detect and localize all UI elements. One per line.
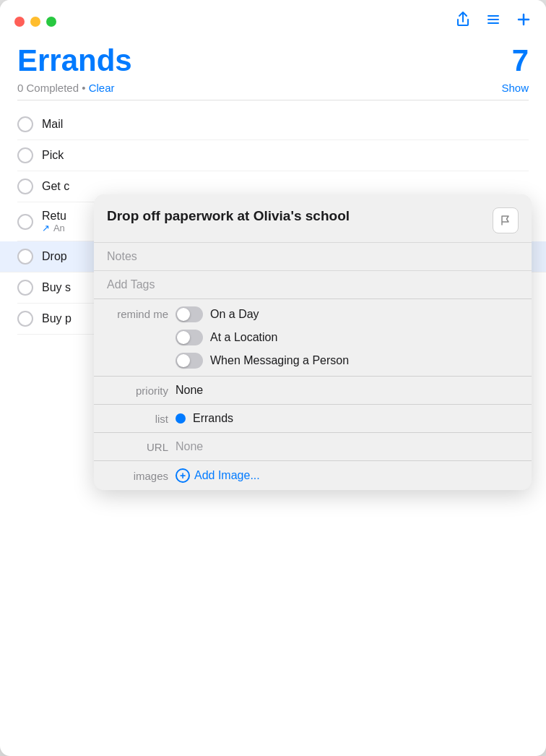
images-label: images (107, 470, 168, 482)
list-row: list Errands (94, 404, 532, 432)
close-button[interactable] (14, 17, 25, 27)
reminder-checkbox[interactable] (17, 147, 33, 163)
add-image-plus-icon: + (176, 468, 190, 483)
notes-field[interactable]: Notes (94, 242, 532, 270)
tags-placeholder: Add Tags (107, 278, 155, 291)
list-icon[interactable] (485, 12, 501, 31)
clear-button[interactable]: Clear (89, 82, 115, 94)
tags-field[interactable]: Add Tags (94, 270, 532, 298)
titlebar-actions (455, 12, 532, 31)
show-button[interactable]: Show (501, 82, 529, 94)
priority-row: priority None (94, 376, 532, 404)
traffic-lights (14, 17, 56, 27)
url-value[interactable]: None (176, 440, 203, 453)
remind-when-messaging: When Messaging a Person (176, 353, 519, 369)
list-label: list (107, 413, 168, 425)
on-day-toggle[interactable] (176, 306, 203, 322)
url-label: URL (107, 441, 168, 453)
svg-rect-0 (488, 15, 490, 17)
share-icon[interactable] (455, 12, 471, 31)
remind-on-day: On a Day (176, 306, 519, 322)
reminder-checkbox[interactable] (17, 280, 33, 296)
add-image-label: Add Image... (194, 469, 260, 482)
remind-me-label: remind me (107, 306, 168, 320)
completed-bar: 0 Completed • Clear Show (17, 82, 529, 100)
priority-value[interactable]: None (176, 384, 203, 397)
main-window: Errands 7 0 Completed • Clear Show Mail … (0, 0, 546, 756)
list-item[interactable]: Pick (17, 140, 529, 171)
on-day-label: On a Day (210, 308, 259, 321)
remind-options: On a Day At a Location When Messaging a … (176, 306, 519, 369)
detail-panel: Drop off paperwork at Olivia's school No… (94, 194, 532, 490)
minimize-button[interactable] (30, 17, 40, 27)
remind-me-section: remind me On a Day At a Location When Me… (94, 298, 532, 376)
detail-title: Drop off paperwork at Olivia's school (107, 207, 485, 225)
flag-button[interactable] (493, 207, 519, 233)
detail-header: Drop off paperwork at Olivia's school (94, 194, 532, 242)
reminder-checkbox[interactable] (17, 311, 33, 327)
list-color-dot (176, 413, 186, 424)
main-content: Errands 7 0 Completed • Clear Show Mail … (0, 37, 546, 756)
images-row: images + Add Image... (94, 460, 532, 490)
list-item[interactable]: Mail (17, 109, 529, 140)
page-title: Errands (17, 44, 132, 77)
reminder-checkbox[interactable] (17, 179, 33, 194)
titlebar (0, 0, 546, 37)
when-messaging-label: When Messaging a Person (210, 354, 349, 367)
when-messaging-toggle[interactable] (176, 353, 203, 369)
priority-label: priority (107, 385, 168, 397)
item-count: 7 (512, 44, 529, 77)
page-header: Errands 7 (17, 44, 529, 77)
notes-placeholder: Notes (107, 250, 137, 262)
add-icon[interactable] (516, 12, 532, 31)
reminder-checkbox[interactable] (17, 249, 33, 265)
completed-text: 0 Completed • Clear (17, 82, 115, 94)
at-location-label: At a Location (210, 331, 277, 344)
remind-at-location: At a Location (176, 330, 519, 345)
list-value[interactable]: Errands (193, 412, 233, 425)
reminder-checkbox[interactable] (17, 214, 33, 230)
url-row: URL None (94, 432, 532, 460)
add-image-button[interactable]: + Add Image... (176, 468, 260, 483)
maximize-button[interactable] (46, 17, 56, 27)
at-location-toggle[interactable] (176, 330, 203, 345)
reminder-checkbox[interactable] (17, 116, 33, 132)
